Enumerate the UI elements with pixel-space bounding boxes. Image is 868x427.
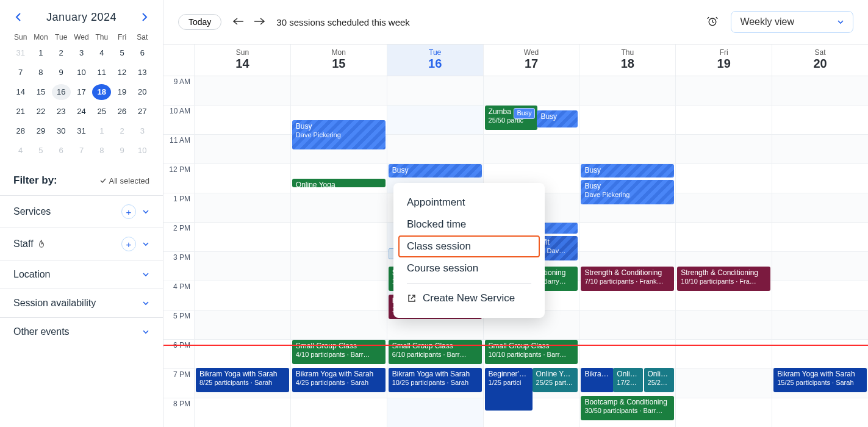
reminder-icon-button[interactable] — [706, 15, 719, 29]
mini-day[interactable]: 13 — [133, 65, 152, 81]
mini-day[interactable]: 19 — [112, 84, 131, 100]
calendar-event[interactable]: Busy — [537, 110, 578, 127]
add-button[interactable]: + — [121, 237, 136, 251]
mini-day[interactable]: 6 — [52, 143, 71, 159]
hour-label: 11 AM — [163, 135, 194, 164]
day-column[interactable]: BusyBusyDave PickeringStrength & Conditi… — [579, 76, 675, 427]
mini-day[interactable]: 2 — [52, 45, 71, 61]
filter-row-other-events[interactable]: Other events — [0, 317, 163, 346]
mini-day[interactable]: 30 — [52, 123, 71, 139]
prev-week-button[interactable] — [232, 17, 245, 27]
mini-day[interactable]: 7 — [72, 143, 91, 159]
popup-item-blocked-time[interactable]: Blocked time — [398, 214, 540, 235]
mini-day[interactable]: 2 — [112, 123, 131, 139]
mini-day[interactable]: 16 — [52, 84, 71, 100]
mini-day[interactable]: 31 — [72, 123, 91, 139]
calendar-event[interactable]: Busy — [389, 164, 482, 178]
event-title: Small Group Class — [392, 342, 478, 351]
calendar-event[interactable]: Strength & Conditioning7/10 participants… — [581, 267, 674, 291]
calendar-event[interactable]: Small Group Class6/10 participants · Bar… — [389, 340, 482, 364]
day-column[interactable]: BusyDave PickeringOnline YogaSmall Group… — [290, 76, 387, 427]
calendar-event[interactable]: Online Y17/25 p — [613, 368, 643, 392]
filter-row-location[interactable]: Location — [0, 260, 163, 289]
calendar-event[interactable]: Strength & Conditioning10/10 participant… — [677, 267, 770, 291]
filter-row-session-availability[interactable]: Session availability — [0, 289, 163, 317]
mini-day[interactable]: 6 — [133, 45, 152, 61]
filter-label: Location — [13, 269, 51, 280]
view-select[interactable]: Weekly view — [731, 11, 853, 33]
mini-day[interactable]: 17 — [72, 84, 91, 100]
mini-day[interactable]: 5 — [112, 45, 131, 61]
calendar-event[interactable]: Small Group Class10/10 participants · Ba… — [485, 340, 578, 364]
mini-day[interactable]: 3 — [72, 45, 91, 61]
today-button[interactable]: Today — [178, 14, 221, 30]
calendar-event[interactable]: Bikram Yoga with Sarah15/25 participants… — [773, 368, 867, 392]
mini-day[interactable]: 7 — [11, 65, 30, 81]
calendar-event[interactable]: Bikram Yoga with Sarah10/25 participants… — [389, 368, 482, 392]
mini-day[interactable]: 5 — [31, 143, 50, 159]
create-new-service-label: Create New Service — [423, 292, 515, 304]
mini-day[interactable]: 9 — [112, 143, 131, 159]
calendar-event[interactable]: BusyDave Pickering — [581, 180, 674, 204]
mini-day[interactable]: 8 — [92, 143, 111, 159]
calendar-event[interactable]: Online Yoga — [292, 179, 386, 187]
mini-day[interactable]: 8 — [31, 65, 50, 81]
mini-day[interactable]: 4 — [92, 45, 111, 61]
mini-day[interactable]: 27 — [133, 104, 152, 120]
mini-day[interactable]: 1 — [31, 45, 50, 61]
day-column[interactable]: Bikram Yoga with Sarah15/25 participants… — [772, 76, 868, 427]
day-number: 16 — [387, 57, 483, 71]
popup-item-course-session[interactable]: Course session — [398, 257, 540, 279]
mini-day[interactable]: 1 — [92, 123, 111, 139]
calendar-event[interactable]: Bootcamp & Conditioning30/50 participant… — [581, 396, 674, 420]
popup-item-class-session[interactable]: Class session — [398, 235, 540, 257]
day-of-week: Wed — [484, 48, 579, 57]
calendar-event[interactable]: Online Yoga25/25 part… — [533, 368, 578, 392]
mini-day[interactable]: 28 — [11, 123, 30, 139]
mini-day[interactable]: 24 — [72, 104, 91, 120]
mini-day[interactable]: 9 — [52, 65, 71, 81]
mini-day[interactable]: 26 — [112, 104, 131, 120]
event-title: Online Y — [617, 370, 639, 379]
event-subtitle: 30/50 participants · Barr… — [584, 407, 670, 415]
prev-month-button[interactable] — [11, 10, 26, 24]
mini-day[interactable]: 22 — [31, 104, 50, 120]
next-week-button[interactable] — [253, 17, 265, 27]
mini-day[interactable]: 12 — [112, 65, 131, 81]
mini-day[interactable]: 23 — [52, 104, 71, 120]
calendar-event[interactable]: Zumba25/50 particBusy — [485, 106, 537, 130]
mini-day[interactable]: 10 — [72, 65, 91, 81]
event-subtitle: 25/25… — [648, 379, 671, 387]
calendar-event[interactable]: Bikram Yoga with Sarah4/25 participants … — [292, 368, 386, 392]
calendar-event[interactable]: Bikram Yoga with Sarah8/25 participants … — [196, 368, 289, 392]
event-subtitle: 17/25 p — [617, 379, 639, 387]
day-column[interactable]: Bikram Yoga with Sarah8/25 participants … — [194, 76, 290, 427]
mini-day[interactable]: 31 — [11, 45, 30, 61]
mini-day[interactable]: 15 — [31, 84, 50, 100]
calendar-event[interactable]: Busy — [581, 164, 674, 178]
mini-day[interactable]: 18 — [92, 84, 111, 100]
calendar-event[interactable]: Online Yoga25/25… — [644, 368, 675, 392]
popup-item-appointment[interactable]: Appointment — [398, 192, 540, 214]
filter-row-services[interactable]: Services+ — [0, 195, 163, 228]
calendar-event[interactable]: Beginner's C1/25 partici — [485, 368, 533, 411]
hour-label: 12 PM — [163, 164, 194, 193]
filter-row-staff[interactable]: Staff+ — [0, 228, 163, 260]
mini-day[interactable]: 20 — [133, 84, 152, 100]
calendar-event[interactable]: Bikram with Sa — [581, 368, 613, 392]
mini-day[interactable]: 10 — [133, 143, 152, 159]
mini-day[interactable]: 14 — [11, 84, 30, 100]
day-column[interactable]: Strength & Conditioning10/10 participant… — [675, 76, 772, 427]
calendar-event[interactable]: Small Group Class4/10 participants · Bar… — [292, 340, 386, 364]
mini-day[interactable]: 3 — [133, 123, 152, 139]
calendar-event[interactable]: BusyDave Pickering — [292, 120, 386, 149]
mini-day[interactable]: 25 — [92, 104, 111, 120]
mini-day[interactable]: 11 — [92, 65, 111, 81]
add-button[interactable]: + — [121, 204, 136, 219]
mini-day[interactable]: 29 — [31, 123, 50, 139]
mini-day[interactable]: 21 — [11, 104, 30, 120]
event-title: Bikram Yoga with Sarah — [392, 370, 478, 379]
mini-day[interactable]: 4 — [11, 143, 30, 159]
create-new-service[interactable]: Create New Service — [398, 287, 540, 309]
next-month-button[interactable] — [137, 10, 152, 24]
